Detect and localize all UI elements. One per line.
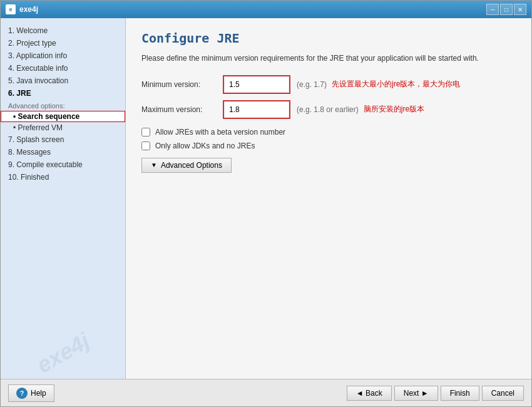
checkbox-jdk-only-label: Only allow JDKs and no JREs — [155, 142, 255, 150]
checkbox-jdk-only[interactable] — [141, 142, 150, 150]
checkbox-jdk-only-row: Only allow JDKs and no JREs — [141, 142, 516, 150]
watermark: exe4j — [32, 327, 94, 378]
page-title: Configure JRE — [141, 31, 516, 46]
sidebar-item-search-sequence[interactable]: • Search sequence — [1, 111, 125, 122]
min-version-hint: (e.g. 1.7) — [297, 80, 327, 89]
back-button[interactable]: ◄ Back — [347, 386, 392, 401]
max-version-input[interactable] — [225, 103, 288, 116]
title-bar-controls: ─ □ ✕ — [486, 4, 526, 15]
help-icon: ? — [16, 388, 28, 399]
cancel-button[interactable]: Cancel — [482, 386, 524, 401]
sidebar-item-finished[interactable]: 10. Finished — [1, 171, 125, 183]
finish-button[interactable]: Finish — [441, 386, 479, 401]
min-version-input[interactable] — [225, 78, 288, 91]
cn-annotation-1: 先设置最大最小的jre版本，最大为你电 — [332, 79, 460, 90]
window-content: 1. Welcome 2. Project type 3. Applicatio… — [1, 18, 531, 379]
sidebar-item-java-invocation[interactable]: 5. Java invocation — [1, 75, 125, 87]
max-version-row: Maximum version: (e.g. 1.8 or earlier) 脑… — [141, 100, 516, 119]
next-button[interactable]: Next ► — [394, 386, 438, 401]
nav-buttons: ◄ Back Next ► Finish Cancel — [347, 386, 524, 401]
restore-button[interactable]: □ — [500, 4, 513, 15]
max-version-label: Maximum version: — [141, 105, 223, 114]
cn-annotation-2: 脑所安装的jre版本 — [364, 104, 424, 115]
sidebar-item-preferred-vm[interactable]: • Preferred VM — [1, 122, 125, 133]
main-content: Configure JRE Please define the minimum … — [126, 18, 531, 379]
sidebar-item-exe-info[interactable]: 4. Executable info — [1, 62, 125, 75]
help-label: Help — [31, 389, 46, 398]
window-title: exe4j — [19, 5, 38, 14]
sidebar-item-splash-screen[interactable]: 7. Splash screen — [1, 133, 125, 146]
checkbox-beta-version[interactable] — [141, 128, 150, 137]
advanced-options-button[interactable]: ▼ Advanced Options — [141, 158, 232, 173]
main-window: e exe4j ─ □ ✕ 1. Welcome 2. Project type… — [0, 0, 532, 407]
sidebar-item-compile-executable[interactable]: 9. Compile executable — [1, 158, 125, 171]
min-version-input-wrapper — [223, 75, 290, 94]
page-description: Please define the minimum version requir… — [141, 53, 516, 64]
sidebar-item-app-info[interactable]: 3. Application info — [1, 49, 125, 62]
title-bar-left: e exe4j — [6, 4, 38, 14]
sidebar-item-messages[interactable]: 8. Messages — [1, 146, 125, 158]
advanced-options-section-label: Advanced options: — [1, 100, 125, 111]
close-button[interactable]: ✕ — [514, 4, 526, 15]
max-version-input-wrapper — [223, 100, 290, 119]
sidebar: 1. Welcome 2. Project type 3. Applicatio… — [1, 18, 126, 379]
title-bar: e exe4j ─ □ ✕ — [1, 1, 531, 18]
minimize-button[interactable]: ─ — [486, 4, 499, 15]
help-button[interactable]: ? Help — [8, 384, 54, 402]
app-icon: e — [6, 4, 16, 14]
min-version-label: Minimum version: — [141, 80, 223, 89]
checkbox-beta-version-label: Allow JREs with a beta version number — [155, 128, 285, 137]
sidebar-item-project-type[interactable]: 2. Project type — [1, 37, 125, 49]
sidebar-item-jre[interactable]: 6. JRE — [1, 87, 125, 100]
checkbox-beta-version-row: Allow JREs with a beta version number — [141, 128, 516, 137]
min-version-row: Minimum version: (e.g. 1.7) 先设置最大最小的jre版… — [141, 75, 516, 94]
max-version-hint: (e.g. 1.8 or earlier) — [297, 105, 359, 114]
advanced-options-arrow-icon: ▼ — [151, 162, 157, 168]
sidebar-item-welcome[interactable]: 1. Welcome — [1, 24, 125, 37]
bottom-bar: ? Help ◄ Back Next ► Finish Cancel — [1, 379, 531, 406]
